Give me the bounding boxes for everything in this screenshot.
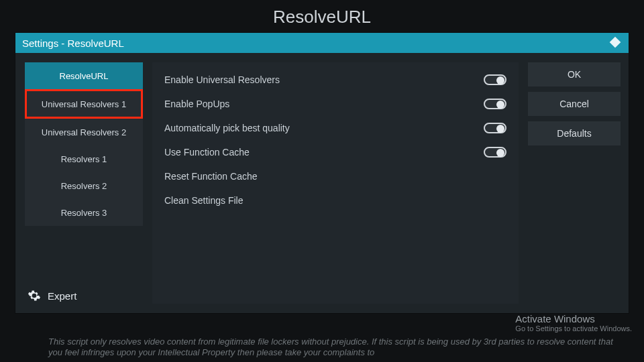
sidebar-item-label: Resolvers 3 xyxy=(61,208,107,218)
sidebar-item-label: Universal Resolvers 2 xyxy=(42,127,126,137)
setting-enable-universal-resolvers[interactable]: Enable Universal Resolvers xyxy=(164,68,506,92)
settings-dialog: Settings - ResolveURL ResolveURL Univers… xyxy=(15,32,629,314)
setting-label: Enable PopUps xyxy=(164,99,229,109)
kodi-logo-icon xyxy=(608,36,622,51)
setting-use-function-cache[interactable]: Use Function Cache xyxy=(164,140,506,164)
dialog-header: Settings - ResolveURL xyxy=(15,33,629,53)
setting-label: Enable Universal Resolvers xyxy=(164,74,280,85)
dialog-body: ResolveURL Universal Resolvers 1 Univers… xyxy=(15,53,629,313)
sidebar-item-resolvers-3[interactable]: Resolvers 3 xyxy=(25,199,143,226)
cancel-button[interactable]: Cancel xyxy=(528,92,621,116)
setting-label: Reset Function Cache xyxy=(164,171,258,182)
dialog-title: Settings - ResolveURL xyxy=(22,38,124,49)
ok-button[interactable]: OK xyxy=(528,62,621,86)
sidebar-item-label: Resolvers 1 xyxy=(61,154,107,164)
gear-icon xyxy=(28,289,41,302)
setting-label: Automatically pick best quality xyxy=(164,123,290,133)
defaults-button[interactable]: Defaults xyxy=(528,121,621,145)
addon-description: This script only resolves video content … xyxy=(48,337,624,359)
setting-label: Clean Settings File xyxy=(164,195,244,206)
toggle-switch[interactable] xyxy=(484,123,506,133)
setting-auto-pick-quality[interactable]: Automatically pick best quality xyxy=(164,116,506,140)
sidebar-item-resolvers-2[interactable]: Resolvers 2 xyxy=(25,172,143,199)
settings-level-label: Expert xyxy=(48,290,76,302)
setting-clean-settings-file[interactable]: Clean Settings File xyxy=(164,188,506,213)
category-sidebar: ResolveURL Universal Resolvers 1 Univers… xyxy=(25,62,143,304)
sidebar-item-universal-resolvers-1[interactable]: Universal Resolvers 1 xyxy=(25,89,143,119)
app-title: ResolveURL xyxy=(0,0,644,33)
action-buttons: OK Cancel Defaults xyxy=(528,62,621,304)
toggle-switch[interactable] xyxy=(484,99,506,109)
toggle-switch[interactable] xyxy=(484,74,506,85)
sidebar-item-label: ResolveURL xyxy=(60,71,109,81)
setting-reset-function-cache[interactable]: Reset Function Cache xyxy=(164,164,506,188)
watermark-subtitle: Go to Settings to activate Windows. xyxy=(515,324,632,333)
windows-activation-watermark: Activate Windows Go to Settings to activ… xyxy=(515,313,632,333)
setting-enable-popups[interactable]: Enable PopUps xyxy=(164,92,506,116)
sidebar-item-resolvers-1[interactable]: Resolvers 1 xyxy=(25,145,143,172)
sidebar-item-label: Resolvers 2 xyxy=(61,181,107,191)
setting-label: Use Function Cache xyxy=(164,147,250,158)
settings-panel: Enable Universal Resolvers Enable PopUps… xyxy=(152,62,519,304)
sidebar-item-label: Universal Resolvers 1 xyxy=(42,99,126,109)
watermark-title: Activate Windows xyxy=(515,313,632,324)
sidebar-item-universal-resolvers-2[interactable]: Universal Resolvers 2 xyxy=(25,119,143,145)
settings-level-button[interactable]: Expert xyxy=(25,285,143,304)
sidebar-item-resolveurl[interactable]: ResolveURL xyxy=(25,62,143,89)
toggle-switch[interactable] xyxy=(484,147,506,158)
